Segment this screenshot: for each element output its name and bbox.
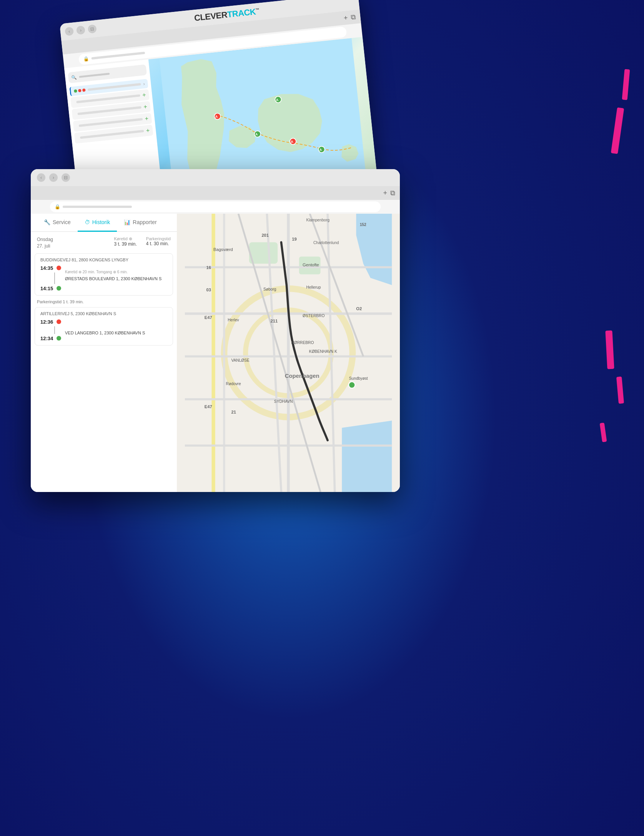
trip1-time-bottom: 14:15 (40, 286, 54, 291)
svg-text:19: 19 (292, 237, 296, 241)
svg-text:NØRREBRO: NØRREBRO (291, 341, 314, 345)
tab-controls-bottom: + ⧉ (383, 189, 395, 197)
trip2-time-top: 12:36 (40, 319, 54, 325)
trips-panel: 🔧 Service ⏱ Historik 📊 Rapporter Onsdag … (31, 214, 177, 492)
svg-text:03: 03 (206, 288, 211, 292)
svg-rect-12 (249, 242, 278, 264)
svg-text:KØBENHAVN K: KØBENHAVN K (309, 349, 337, 354)
search-icon: 🔍 (71, 75, 77, 80)
parking-label-1: Parkeringstid 1 t. 39 min. (37, 299, 84, 304)
search-placeholder (79, 73, 110, 78)
svg-text:Hellerup: Hellerup (306, 285, 321, 289)
svg-text:Herlev: Herlev (228, 318, 239, 322)
trip-segment-1[interactable]: BUDDINGEVEJ 81, 2800 KONGENS LYNGBY 14:3… (35, 253, 173, 296)
svg-text:211: 211 (271, 319, 278, 323)
trip2-dot-red (57, 319, 61, 324)
trip1-top-row: 14:35 (40, 265, 61, 271)
trip2-details: VED LANGEBRO 1, 2300 KØBENHAVN S (65, 319, 167, 335)
tab-bar-bottom: + ⧉ (31, 186, 400, 200)
trip1-address-bottom: ØRESTADS BOULEVARD 1, 2300 KØBENHAVN S (65, 276, 167, 281)
dot-green (74, 89, 77, 93)
dot-red (78, 89, 82, 92)
bookmarks-button[interactable]: ⊟ (88, 24, 97, 33)
parkeringstid-stat: Parkeringstid 4 t. 30 min. (146, 236, 171, 247)
bookmarks-button-bottom[interactable]: ⊟ (62, 173, 70, 182)
back-button[interactable]: ‹ (65, 27, 74, 36)
plus-icon-1[interactable]: + (142, 91, 146, 99)
svg-text:16: 16 (206, 265, 211, 270)
url-bar-content (91, 52, 145, 60)
logo-clever: CLEVER (194, 10, 228, 23)
status-dots-1 (74, 88, 86, 93)
tab-menu-button[interactable]: ⧉ (350, 13, 356, 21)
lock-icon-bottom: 🔒 (55, 204, 60, 209)
svg-point-53 (349, 382, 355, 388)
forward-button-bottom[interactable]: › (49, 173, 58, 182)
tab-menu-button-bottom[interactable]: ⧉ (390, 189, 395, 197)
new-tab-button-bottom[interactable]: + (383, 189, 387, 197)
browser-chrome-bottom: ‹ › ⊟ (31, 169, 400, 186)
trip1-connector-line (54, 273, 55, 284)
tab-service[interactable]: 🔧 Service (37, 214, 78, 232)
trip2-address-top: ARTILLERIVEJ 5, 2300 KØBENHAVN S (40, 311, 167, 316)
plus-icon-2[interactable]: + (143, 103, 147, 111)
back-button-bottom[interactable]: ‹ (37, 173, 45, 182)
tab-rapporter[interactable]: 📊 Rapporter (117, 214, 163, 232)
tab-rapporter-label: Rapporter (133, 219, 156, 225)
trip2-dot-green (57, 336, 61, 341)
tab-historik[interactable]: ⏱ Historik (78, 214, 117, 232)
day-header: Onsdag 27. juli Køretid ⊕ 3 t. 39 min. P… (31, 232, 177, 251)
dot-red-2 (82, 88, 86, 92)
vehicle-name-line-4 (79, 118, 143, 127)
panel-tabs: 🔧 Service ⏱ Historik 📊 Rapporter (31, 214, 177, 232)
vehicle-list: › + + + + (69, 79, 153, 144)
parkeringstid-label: Parkeringstid (146, 236, 171, 241)
trip2-top-row: 12:36 (40, 319, 61, 325)
svg-text:Søborg: Søborg (263, 287, 276, 291)
trip1-bottom-row: 14:15 (40, 286, 61, 291)
trip2-time-bottom: 12:34 (40, 336, 54, 341)
history-icon: ⏱ (85, 219, 90, 225)
svg-text:O2: O2 (356, 306, 362, 311)
trip1-meta: Køretid ⊕ 20 min. Tomgang ⊕ 6 min. (65, 270, 167, 274)
svg-text:SYDHAVN: SYDHAVN (274, 399, 293, 404)
svg-text:Bagsværd: Bagsværd (213, 247, 233, 252)
trip1-dot-red (57, 266, 61, 270)
svg-text:Rødovre: Rødovre (226, 382, 241, 386)
bottom-browser-window: ‹ › ⊟ + ⧉ 🔒 🔧 Service ⏱ Historik (31, 169, 400, 492)
parking-info-1: Parkeringstid 1 t. 39 min. (31, 298, 177, 305)
koretid-value: 3 t. 39 min. (114, 241, 136, 247)
wrench-icon: 🔧 (44, 219, 50, 225)
day-label: Onsdag 27. juli (37, 236, 53, 249)
trip1-dot-green (57, 286, 61, 291)
vehicle-name-line-3 (77, 106, 141, 115)
chart-icon: 📊 (124, 219, 130, 225)
svg-text:ØSTERBRO: ØSTERBRO (303, 314, 324, 318)
plus-icon-4[interactable]: + (146, 127, 150, 134)
koretid-label: Køretid ⊕ (114, 236, 136, 241)
vehicle-name-line-5 (80, 130, 144, 139)
svg-text:21: 21 (231, 410, 236, 414)
new-tab-button[interactable]: + (343, 13, 348, 22)
trip1-time-top: 14:35 (40, 265, 54, 271)
chevron-icon: › (143, 81, 145, 86)
trip1-content: 14:35 14:15 Køretid ⊕ 20 min. Tomgang ⊕ … (40, 265, 167, 291)
logo-tm: ™ (255, 7, 260, 12)
svg-text:Copenhagen: Copenhagen (285, 373, 320, 379)
address-bar-bottom[interactable]: 🔒 (50, 201, 381, 212)
trip2-content: 12:36 12:34 VED LANGEBRO 1, 2300 KØBENHA… (40, 319, 167, 341)
svg-text:Gentofte: Gentofte (303, 263, 319, 267)
trip1-address-top: BUDDINGEVEJ 81, 2800 KONGENS LYNGBY (40, 258, 167, 262)
svg-text:Charlottenlund: Charlottenlund (313, 241, 339, 245)
trip2-times: 12:36 12:34 (40, 319, 61, 341)
plus-icon-3[interactable]: + (145, 115, 149, 122)
svg-text:Sundbyøst: Sundbyøst (349, 376, 368, 381)
lock-icon: 🔒 (83, 56, 89, 62)
trip-segment-2[interactable]: ARTILLERIVEJ 5, 2300 KØBENHAVN S 12:36 1… (35, 307, 173, 346)
forward-button[interactable]: › (76, 25, 85, 35)
copenhagen-map-svg: Klampenborg 152 201 19 Bagsværd Charlott… (177, 214, 400, 492)
svg-text:VANLØSE: VANLØSE (231, 358, 250, 362)
browser-content-bottom: 🔧 Service ⏱ Historik 📊 Rapporter Onsdag … (31, 214, 400, 492)
tab-service-label: Service (53, 219, 71, 225)
day-stats: Køretid ⊕ 3 t. 39 min. Parkeringstid 4 t… (114, 236, 171, 247)
